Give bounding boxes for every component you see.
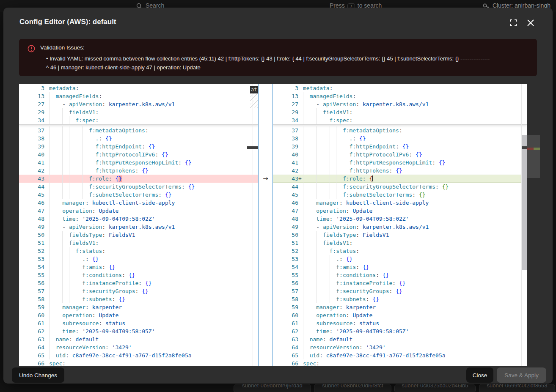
line-number: 39 bbox=[273, 143, 298, 151]
line-number: 62 bbox=[19, 327, 44, 335]
code-line[interactable]: 66spec: bbox=[273, 359, 527, 366]
scrollbar-slider[interactable] bbox=[522, 135, 527, 270]
code-line[interactable]: 60operation: Update bbox=[19, 311, 258, 319]
line-number: 66 bbox=[19, 359, 44, 366]
code-line[interactable]: 40f:httpProtocolIPv6: {} bbox=[19, 151, 258, 159]
close-dialog-button[interactable] bbox=[527, 18, 536, 27]
code-line[interactable]: 45f:subnetSelectorTerms: {} bbox=[273, 191, 527, 199]
code-line[interactable]: 63name: default bbox=[19, 335, 258, 343]
code-line[interactable]: 39f:httpEndpoint: {} bbox=[273, 143, 527, 151]
line-text: f:amis: {} bbox=[303, 263, 527, 271]
code-line[interactable]: 3metadata: bbox=[273, 84, 527, 92]
code-line[interactable]: 52f:status: bbox=[273, 247, 527, 255]
code-line[interactable]: 44f:securityGroupSelectorTerms: {} bbox=[273, 183, 527, 191]
code-line[interactable]: 55f:conditions: {} bbox=[273, 271, 527, 279]
code-line[interactable]: 63name: default bbox=[273, 335, 527, 343]
code-line[interactable]: 40f:httpProtocolIPv6: {} bbox=[273, 151, 527, 159]
code-line[interactable]: 54f:amis: {} bbox=[273, 263, 527, 271]
line-number: 40 bbox=[273, 151, 298, 159]
code-line[interactable]: 64resourceVersion: '3429' bbox=[19, 343, 258, 351]
code-line[interactable]: 43+f:role: { bbox=[273, 175, 527, 183]
code-line[interactable]: 37f:metadataOptions: bbox=[19, 126, 258, 134]
fullscreen-button[interactable] bbox=[509, 18, 519, 27]
code-line[interactable]: 3metadata: bbox=[19, 84, 258, 92]
close-button[interactable]: Close bbox=[466, 367, 493, 383]
code-line[interactable]: 59manager: karpenter bbox=[19, 303, 258, 311]
save-apply-button[interactable]: Save & Apply bbox=[497, 367, 546, 383]
code-line[interactable]: 50fieldsType: FieldsV1 bbox=[19, 231, 258, 239]
code-line[interactable]: 46manager: kubectl-client-side-apply bbox=[19, 199, 258, 207]
line-number: 65 bbox=[273, 351, 298, 359]
diff-modified-pane[interactable]: 3metadata:13managedFields:27- apiVersion… bbox=[273, 84, 527, 366]
code-line[interactable]: 47operation: Update bbox=[273, 207, 527, 215]
code-line[interactable]: 65uid: c8afe97e-38cc-4f91-a767-d15f2a8fe… bbox=[273, 351, 527, 359]
code-line[interactable]: 60operation: Update bbox=[273, 311, 527, 319]
code-line[interactable]: 52f:status: bbox=[19, 247, 258, 255]
code-line[interactable]: 53.: {} bbox=[273, 255, 527, 263]
line-number: 39 bbox=[19, 143, 44, 151]
code-line[interactable]: 46manager: kubectl-client-side-apply bbox=[273, 199, 527, 207]
code-line[interactable]: 44f:securityGroupSelectorTerms: {} bbox=[19, 183, 258, 191]
code-line[interactable]: 49- apiVersion: karpenter.k8s.aws/v1 bbox=[273, 223, 527, 231]
code-line[interactable]: 48time: '2025-09-04T09:58:02Z' bbox=[19, 215, 258, 223]
line-text: manager: karpenter bbox=[303, 303, 527, 311]
code-line[interactable]: 62time: '2025-09-04T09:58:05Z' bbox=[273, 327, 527, 335]
code-line[interactable]: 43-f:role: {} bbox=[19, 175, 258, 183]
diff-mark: + bbox=[298, 175, 303, 183]
scrollbar-mark-left[interactable] bbox=[247, 146, 258, 149]
code-line[interactable]: 41f:httpPutResponseHopLimit: {} bbox=[19, 159, 258, 167]
code-line[interactable]: 38.: {} bbox=[273, 134, 527, 143]
code-line[interactable]: 45f:subnetSelectorTerms: {} bbox=[19, 191, 258, 199]
diff-mark bbox=[44, 295, 49, 303]
code-line[interactable]: 55f:conditions: {} bbox=[19, 271, 258, 279]
code-line[interactable]: 56f:instanceProfile: {} bbox=[273, 279, 527, 287]
code-line[interactable]: 61subresource: status bbox=[273, 319, 527, 327]
code-line[interactable]: 42f:httpTokens: {} bbox=[19, 167, 258, 175]
code-line[interactable]: 61subresource: status bbox=[19, 319, 258, 327]
code-line[interactable]: 34f:spec: bbox=[273, 116, 527, 124]
diff-mark bbox=[298, 247, 303, 255]
line-text: f:conditions: {} bbox=[49, 271, 258, 279]
code-line[interactable]: 47operation: Update bbox=[19, 207, 258, 215]
code-line[interactable]: 62time: '2025-09-04T09:58:05Z' bbox=[19, 327, 258, 335]
code-line[interactable]: 57f:securityGroups: {} bbox=[19, 287, 258, 295]
scrollbar-right[interactable] bbox=[521, 84, 527, 366]
code-line[interactable]: 27- apiVersion: karpenter.k8s.aws/v1 bbox=[19, 100, 258, 108]
undo-changes-button[interactable]: Undo Changes bbox=[12, 367, 64, 383]
code-line[interactable]: 48time: '2025-09-04T09:58:02Z' bbox=[273, 215, 527, 223]
line-number: 64 bbox=[19, 343, 44, 351]
code-line[interactable]: 58f:subnets: {} bbox=[19, 295, 258, 303]
code-line[interactable]: 53.: {} bbox=[19, 255, 258, 263]
code-line[interactable]: 41f:httpPutResponseHopLimit: {} bbox=[273, 159, 527, 167]
code-line[interactable]: 64resourceVersion: '3429' bbox=[273, 343, 527, 351]
code-line[interactable]: 56f:instanceProfile: {} bbox=[19, 279, 258, 287]
code-line[interactable]: 50fieldsType: FieldsV1 bbox=[273, 231, 527, 239]
code-line[interactable]: 58f:subnets: {} bbox=[273, 295, 527, 303]
line-text: f:role: {} bbox=[49, 175, 258, 183]
code-line[interactable]: 42f:httpTokens: {} bbox=[273, 167, 527, 175]
line-number: 52 bbox=[19, 247, 44, 255]
code-line[interactable]: 29fieldsV1: bbox=[273, 108, 527, 116]
code-line[interactable]: 29fieldsV1: bbox=[19, 108, 258, 116]
code-line[interactable]: 65uid: c8afe97e-38cc-4f91-a767-d15f2a8fe… bbox=[19, 351, 258, 359]
code-line[interactable]: 13managedFields: bbox=[273, 92, 527, 100]
code-line[interactable]: 38.: {} bbox=[19, 134, 258, 143]
minimap-slider[interactable] bbox=[527, 135, 540, 178]
diff-mark bbox=[44, 183, 49, 191]
code-line[interactable]: 27- apiVersion: karpenter.k8s.aws/v1 bbox=[273, 100, 527, 108]
code-line[interactable]: 34f:spec: bbox=[19, 116, 258, 124]
code-line[interactable]: 66spec: bbox=[19, 359, 258, 366]
line-text: manager: kubectl-client-side-apply bbox=[49, 199, 258, 207]
code-line[interactable]: 37f:metadataOptions: bbox=[273, 126, 527, 134]
code-line[interactable]: 39f:httpEndpoint: {} bbox=[19, 143, 258, 151]
code-line[interactable]: 13managedFields: bbox=[19, 92, 258, 100]
code-line[interactable]: 57f:securityGroups: {} bbox=[273, 287, 527, 295]
apply-change-arrow-button[interactable]: → bbox=[259, 175, 272, 183]
code-line[interactable]: 59manager: karpenter bbox=[273, 303, 527, 311]
diff-mark bbox=[298, 183, 303, 191]
diff-original-pane[interactable]: 3metadata:13managedFields:27- apiVersion… bbox=[19, 84, 258, 366]
code-line[interactable]: 54f:amis: {} bbox=[19, 263, 258, 271]
code-line[interactable]: 49- apiVersion: karpenter.k8s.aws/v1 bbox=[19, 223, 258, 231]
code-line[interactable]: 51fieldsV1: bbox=[19, 239, 258, 247]
code-line[interactable]: 51fieldsV1: bbox=[273, 239, 527, 247]
